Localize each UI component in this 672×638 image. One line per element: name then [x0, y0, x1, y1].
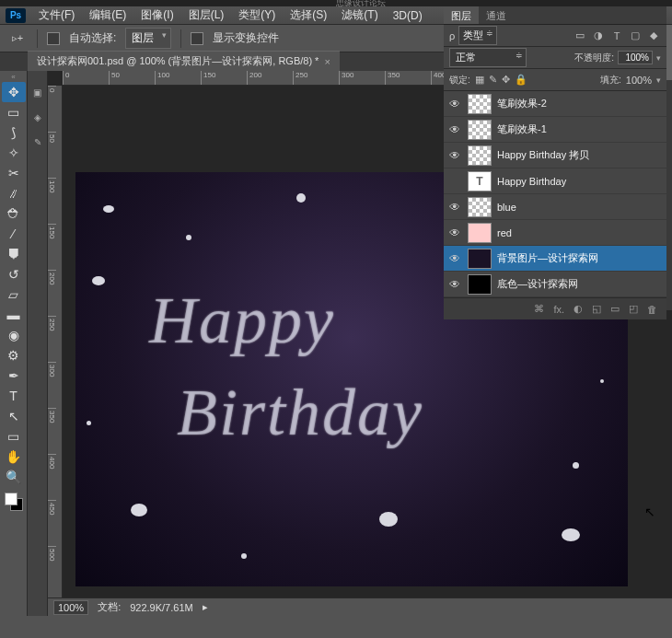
document-tab[interactable]: 设计探索网001.psd @ 100% (背景图片—设计探索网, RGB/8) …: [28, 51, 340, 71]
marquee-tool[interactable]: ▭: [2, 102, 26, 122]
layer-thumbnail[interactable]: [468, 120, 492, 140]
blur-tool[interactable]: ◉: [2, 325, 26, 345]
layer-name[interactable]: Happy Birthday: [497, 176, 661, 187]
layer-row[interactable]: 👁red: [444, 220, 666, 246]
fg-color[interactable]: [5, 493, 17, 505]
filter-pixel-icon[interactable]: ▭: [573, 29, 587, 41]
shape-tool[interactable]: ▭: [2, 426, 26, 447]
mini-icon[interactable]: ▣: [33, 87, 41, 98]
visibility-icon[interactable]: 👁: [449, 278, 462, 291]
move-tool[interactable]: ✥: [2, 82, 26, 102]
panel-tab-layers[interactable]: 图层: [444, 6, 479, 24]
zoom-tool[interactable]: 🔍: [2, 467, 26, 487]
layer-row[interactable]: 👁背景图片—设计探索网: [444, 246, 666, 272]
layer-name[interactable]: red: [497, 227, 661, 238]
lasso-tool[interactable]: ⟆: [2, 122, 26, 143]
gradient-tool[interactable]: ▬: [2, 305, 26, 325]
eyedropper-tool[interactable]: ⫽: [2, 183, 26, 203]
adjustment-icon[interactable]: ◱: [592, 303, 601, 315]
menu-3d[interactable]: 3D(D): [386, 7, 430, 24]
layer-row[interactable]: 👁Happy Birthday 拷贝: [444, 143, 666, 168]
close-icon[interactable]: ×: [324, 56, 330, 67]
wand-tool[interactable]: ✧: [2, 143, 26, 163]
lock-all-icon[interactable]: 🔒: [515, 74, 527, 86]
layer-thumbnail[interactable]: [468, 274, 492, 295]
new-layer-icon[interactable]: ◰: [629, 303, 638, 315]
layer-name[interactable]: 底色—设计探索网: [497, 277, 661, 291]
lock-position-icon[interactable]: ✥: [502, 74, 510, 86]
menu-file[interactable]: 文件(F): [31, 6, 82, 25]
layer-name[interactable]: 笔刷效果-1: [497, 122, 661, 136]
eraser-tool[interactable]: ▱: [2, 284, 26, 305]
layer-row[interactable]: 👁笔刷效果-1: [444, 117, 666, 143]
blend-mode-select[interactable]: 正常: [449, 48, 527, 67]
menu-type[interactable]: 类型(Y): [231, 6, 283, 25]
layer-thumbnail[interactable]: [468, 145, 492, 166]
group-icon[interactable]: ▭: [610, 303, 620, 315]
fill-value[interactable]: 100%: [626, 75, 652, 86]
lock-pixels-icon[interactable]: ✎: [489, 74, 497, 86]
ruler-tick: 50: [48, 132, 56, 178]
tools-expander[interactable]: «: [0, 73, 27, 82]
hand-tool[interactable]: ✋: [2, 447, 26, 467]
crop-tool[interactable]: ✂: [2, 163, 26, 183]
layer-row[interactable]: 👁笔刷效果-2: [444, 91, 666, 117]
layer-name[interactable]: Happy Birthday 拷贝: [497, 148, 661, 162]
dropdown-icon[interactable]: ▾: [656, 53, 661, 63]
lock-transparency-icon[interactable]: ▦: [475, 74, 484, 86]
color-swatch[interactable]: [5, 493, 23, 511]
layer-thumbnail[interactable]: [468, 249, 492, 269]
heal-tool[interactable]: ⛑: [2, 203, 26, 224]
mask-icon[interactable]: ◐: [574, 303, 583, 315]
zoom-value[interactable]: 100%: [53, 600, 88, 615]
layer-name[interactable]: blue: [497, 202, 661, 213]
trash-icon[interactable]: 🗑: [647, 304, 657, 315]
pen-tool[interactable]: ✒: [2, 365, 26, 386]
layer-thumbnail[interactable]: [468, 197, 492, 217]
layer-thumbnail[interactable]: T: [468, 171, 492, 191]
type-tool[interactable]: T: [2, 386, 26, 406]
dropdown-icon[interactable]: ▾: [656, 75, 661, 85]
layer-row[interactable]: 👁底色—设计探索网: [444, 272, 666, 297]
mini-icon[interactable]: ◈: [34, 112, 41, 122]
auto-select-target[interactable]: 图层: [125, 28, 171, 49]
auto-select-checkbox[interactable]: [47, 32, 60, 45]
scrollbar-thumb[interactable]: [666, 25, 672, 80]
visibility-icon[interactable]: 👁: [449, 201, 462, 214]
panel-scrollbar[interactable]: [666, 25, 672, 310]
visibility-icon[interactable]: 👁: [449, 98, 462, 110]
opacity-value[interactable]: 100%: [618, 51, 653, 64]
filter-smart-icon[interactable]: ◆: [646, 29, 661, 41]
visibility-icon[interactable]: 👁: [449, 123, 462, 136]
layer-thumbnail[interactable]: [468, 94, 492, 114]
layer-name[interactable]: 笔刷效果-2: [497, 97, 661, 110]
visibility-icon[interactable]: 👁: [449, 226, 462, 239]
menu-select[interactable]: 选择(S): [283, 6, 334, 25]
layer-row[interactable]: THappy Birthday: [444, 168, 666, 194]
mini-icon[interactable]: ✎: [34, 137, 41, 147]
menu-image[interactable]: 图像(I): [133, 6, 180, 25]
visibility-icon[interactable]: 👁: [449, 149, 462, 162]
menu-layer[interactable]: 图层(L): [181, 6, 232, 25]
menu-edit[interactable]: 编辑(E): [82, 6, 133, 25]
layer-row[interactable]: 👁blue: [444, 194, 666, 220]
link-icon[interactable]: ⌘: [534, 303, 544, 315]
layer-name[interactable]: 背景图片—设计探索网: [497, 251, 661, 265]
filter-type-icon[interactable]: T: [609, 30, 624, 41]
filter-adjust-icon[interactable]: ◑: [591, 29, 606, 41]
filter-type-select[interactable]: 类型: [458, 26, 497, 45]
show-transform-checkbox[interactable]: [191, 32, 203, 45]
status-arrow-icon[interactable]: ▸: [203, 601, 208, 613]
menu-filter[interactable]: 滤镜(T): [334, 6, 385, 25]
path-tool[interactable]: ↖: [2, 406, 26, 426]
history-brush-tool[interactable]: ↺: [2, 264, 26, 284]
dodge-tool[interactable]: ⚙: [2, 345, 26, 365]
filter-icon[interactable]: ρ: [449, 30, 455, 41]
stamp-tool[interactable]: ⛊: [2, 244, 26, 264]
layer-thumbnail[interactable]: [468, 223, 492, 243]
visibility-icon[interactable]: 👁: [449, 252, 462, 265]
fx-icon[interactable]: fx.: [553, 304, 564, 315]
filter-shape-icon[interactable]: ▢: [628, 29, 643, 41]
brush-tool[interactable]: ∕: [2, 224, 26, 244]
panel-tab-channels[interactable]: 通道: [479, 6, 514, 24]
